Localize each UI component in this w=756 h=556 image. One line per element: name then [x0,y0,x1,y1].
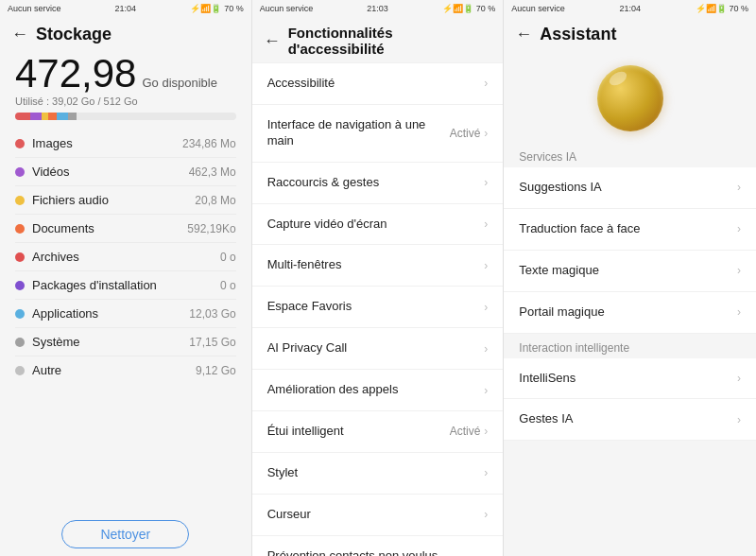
section2-label: Interaction intelligente [504,334,756,358]
chevron-icon: › [484,342,488,356]
status-icons-2: ⚡📶🔋 [442,4,473,13]
back-button-1[interactable]: ← [11,25,28,44]
storage-item-left: Documents [15,221,94,235]
storage-item[interactable]: Vidéos 462,3 Mo [15,158,236,186]
storage-item[interactable]: Packages d'installation 0 o [15,271,236,300]
storage-item-name: Vidéos [32,165,70,179]
status-icons-1: ⚡📶🔋 [190,4,221,13]
storage-header: ← Stockage [0,17,251,50]
menu-item-text: Étui intelligent [267,424,442,440]
storage-item-left: Système [15,335,80,349]
storage-title: Stockage [36,25,112,44]
storage-item-left: Images [15,136,73,150]
storage-item-size: 20,8 Mo [195,194,235,207]
storage-item-size: 12,03 Go [189,307,235,321]
storage-item-size: 234,86 Mo [182,137,236,150]
status-bar-3: Aucun service 21:04 ⚡📶🔋 70 % [504,0,756,17]
storage-panel: Aucun service 21:04 ⚡📶🔋 70 % ← Stockage … [0,0,252,556]
storage-item[interactable]: Images 234,86 Mo [15,130,236,158]
storage-item-left: Packages d'installation [15,278,157,292]
bar-videos [30,113,42,120]
assistant-title: Assistant [540,25,616,44]
assistant-item-text: Suggestions IA [519,180,601,196]
assistant-item-text: IntelliSens [519,371,576,387]
status-battery-1: 70 % [224,4,244,13]
storage-item[interactable]: Documents 592,19Ko [15,215,236,243]
back-button-2[interactable]: ← [264,31,281,51]
accessibility-menu-item[interactable]: Multi-fenêtres › [252,245,504,287]
menu-item-text-wrap: Curseur [267,507,485,523]
menu-item-text: AI Privacy Call [267,340,477,356]
assistant-item-text: Portail magique [519,304,604,321]
chevron-icon: › [737,181,741,194]
menu-item-text: Espace Favoris [267,299,477,315]
assistant-header: ← Assistant [504,17,756,50]
accessibility-menu-item[interactable]: Accessibilité › [252,62,504,105]
menu-item-text-wrap: Étui intelligent [267,424,450,440]
storage-item-left: Autre [15,363,61,377]
storage-item[interactable]: Autre 9,12 Go [15,356,236,384]
menu-item-text: Stylet [267,465,477,481]
bar-apps [57,113,68,120]
storage-dot [15,196,25,205]
chevron-icon: › [737,413,741,426]
status-icons-3: ⚡📶🔋 [696,4,727,13]
bar-system [68,113,77,120]
menu-item-text-wrap: Prévention contacts non voulus Évite tou… [267,548,455,556]
chevron-icon: › [484,176,488,189]
accessibility-menu-item[interactable]: Capture vidéo d'écran › [252,204,504,246]
storage-item[interactable]: Applications 12,03 Go [15,300,236,328]
chevron-icon: › [484,508,488,521]
menu-item-text: Amélioration des appels [267,382,477,398]
storage-item[interactable]: Système 17,15 Go [15,328,236,356]
status-right-3: ⚡📶🔋 70 % [696,4,749,13]
assistant-menu-item[interactable]: Texte magique › [504,251,756,292]
assistant-menu: Services IA Suggestions IA › Traduction … [504,143,756,556]
storage-used: Utilisé : 39,02 Go / 512 Go [0,94,251,113]
chevron-icon: › [484,466,488,479]
clean-button[interactable]: Nettoyer [61,520,189,548]
back-button-3[interactable]: ← [515,25,532,44]
menu-item-text: Curseur [267,507,477,523]
accessibility-menu-item[interactable]: Amélioration des appels › [252,370,504,411]
assistant-item-text: Traduction face à face [519,221,640,237]
storage-item[interactable]: Archives 0 o [15,243,236,271]
storage-item-name: Système [32,335,80,349]
assistant-menu-item[interactable]: IntelliSens › [504,358,756,400]
assistant-menu-item[interactable]: Gestes IA › [504,399,756,441]
accessibility-menu-item[interactable]: Curseur › [252,495,504,536]
orb-container [504,50,756,143]
menu-item-right: › [484,508,488,521]
storage-dot [15,309,25,319]
chevron-icon: › [484,301,488,314]
accessibility-menu-item[interactable]: Étui intelligent Activé› [252,411,504,453]
storage-unit: Go disponible [142,76,217,90]
status-battery-3: 70 % [730,4,749,13]
storage-item[interactable]: Fichiers audio 20,8 Mo [15,186,236,215]
storage-item-size: 0 o [220,279,236,292]
accessibility-menu-item[interactable]: Stylet › [252,453,504,495]
assistant-menu-item[interactable]: Suggestions IA › [504,167,756,209]
accessibility-menu-item[interactable]: Raccourcis & gestes › [252,163,504,204]
storage-item-name: Documents [32,221,94,235]
assistant-menu-item[interactable]: Portail magique › [504,292,756,334]
menu-item-right: › [484,466,488,479]
assistant-panel: Aucun service 21:04 ⚡📶🔋 70 % ← Assistant… [504,0,756,556]
storage-item-size: 17,15 Go [189,336,235,349]
chevron-icon: › [737,305,741,319]
chevron-icon: › [484,127,488,140]
storage-dot [15,338,25,347]
status-battery-2: 70 % [476,4,496,13]
status-bar-1: Aucun service 21:04 ⚡📶🔋 70 % [0,0,251,17]
accessibility-menu-item[interactable]: AI Privacy Call › [252,328,504,370]
storage-item-name: Applications [32,306,98,321]
accessibility-menu-item[interactable]: Prévention contacts non voulus Évite tou… [252,536,504,556]
accessibility-menu-item[interactable]: Interface de navigation à une main Activ… [252,105,504,163]
menu-item-right: Activé› [450,425,489,438]
storage-bar [15,113,236,120]
bar-images [15,113,30,120]
storage-item-name: Archives [32,250,79,264]
menu-item-text: Accessibilité [267,76,477,92]
accessibility-menu-item[interactable]: Espace Favoris › [252,287,504,328]
assistant-menu-item[interactable]: Traduction face à face › [504,209,756,251]
